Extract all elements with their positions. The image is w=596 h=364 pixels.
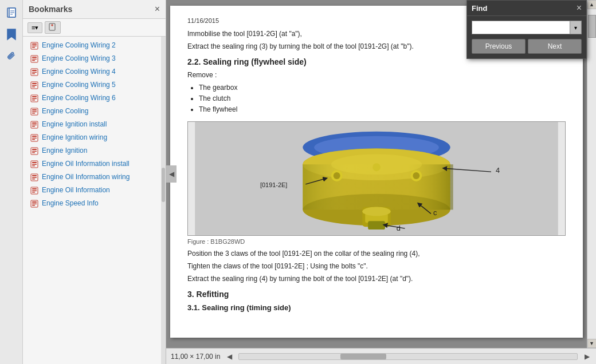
scroll-track[interactable] [587,9,596,339]
svg-rect-40 [32,151,37,152]
bookmark-icon-btn[interactable] [3,26,19,42]
bookmark-item-label: Engine Oil Information wiring [42,172,130,181]
scroll-left-button[interactable]: ◀ [225,352,234,361]
view-options-arrow: ▾ [35,24,38,31]
svg-rect-24 [32,98,37,100]
svg-text:[0191-2E]: [0191-2E] [260,181,287,188]
pdf-para5: Extract the sealing ring (4) by turning … [187,274,566,284]
svg-rect-25 [32,100,35,101]
bookmark-item-label: Engine Cooling Wiring 4 [42,67,116,76]
svg-rect-39 [32,149,37,150]
svg-rect-27 [32,109,37,110]
bookmark-item-icon [30,41,39,50]
bookmark-item-label: Engine Cooling Wiring 6 [42,93,116,102]
svg-rect-69 [368,221,385,230]
find-close-button[interactable]: × [577,3,582,13]
svg-point-71 [334,172,340,179]
pdf-list-item: The clutch [199,93,566,104]
svg-rect-12 [32,59,37,60]
svg-rect-31 [32,122,37,124]
pdf-para4: Tighten the claws of the tool [0191-2E] … [187,261,566,271]
find-dropdown-button[interactable]: ▾ [570,21,582,34]
pdf-heading2: 3. Refitting [187,290,566,299]
svg-point-73 [413,172,419,179]
svg-rect-41 [32,152,35,153]
scroll-right-button[interactable]: ▶ [582,352,591,361]
scroll-thumb[interactable] [588,15,596,38]
bookmark-item-icon [30,133,39,143]
horizontal-scroll-thumb[interactable] [340,354,386,359]
bookmark-list-item[interactable]: Engine Oil Information [23,184,166,197]
svg-text:d: d [397,224,401,232]
find-dialog: Find × ▾ Previous Next [466,0,587,59]
bookmark-item-label: Engine Ignition [42,146,87,155]
svg-rect-7 [32,43,37,45]
find-buttons: Previous Next [472,39,582,54]
svg-rect-43 [32,162,37,163]
bookmark-list-item[interactable]: Engine Ignition [23,144,166,157]
svg-rect-15 [32,70,37,71]
svg-rect-55 [32,201,37,203]
svg-rect-47 [32,175,37,176]
svg-point-75 [331,154,422,175]
bookmark-list-item[interactable]: Engine Ignition install [23,118,166,131]
add-bookmark-button[interactable] [45,21,61,34]
bottom-bar: 11,00 × 17,00 in ◀ ▶ [166,348,596,364]
bookmark-item-icon [30,173,39,182]
bookmark-list-item[interactable]: Engine Cooling Wiring 5 [23,78,166,92]
bookmark-item-label: Engine Ignition install [42,120,107,129]
pages-icon-btn[interactable] [3,5,19,21]
left-icons-bar [0,0,23,364]
right-scrollbar: ▲ ▼ [587,0,596,348]
svg-text:c: c [433,208,437,217]
bookmark-list-item[interactable]: Engine Cooling Wiring 6 [23,92,166,105]
svg-rect-23 [32,96,37,97]
bookmark-item-icon [30,107,39,116]
bookmarks-scrollbar[interactable] [161,37,166,364]
svg-rect-36 [32,138,37,139]
svg-rect-29 [32,113,35,114]
pdf-heading3: 3.1. Sealing ring (timing side) [187,303,566,312]
find-title: Find [472,4,487,13]
view-options-button[interactable]: ≡ ▾ [28,22,42,33]
bookmark-list-item[interactable]: Engine Cooling Wiring 2 [23,39,166,52]
add-bookmark-icon [49,23,57,32]
bookmark-list-item[interactable]: Engine Ignition wiring [23,131,166,144]
bookmarks-title: Bookmarks [29,5,72,14]
pdf-para3: Position the 3 claws of the tool [0191-2… [187,248,566,259]
bookmark-list-item[interactable]: Engine Cooling [23,105,166,118]
bookmark-item-label: Engine Cooling Wiring 5 [42,80,116,89]
pdf-image-box: d c 4 [0191-2E] [187,121,566,236]
bookmarks-scroll-thumb[interactable] [162,168,165,202]
svg-rect-44 [32,164,37,165]
find-input[interactable] [472,21,570,34]
bookmark-item-label: Engine Oil Information [42,185,110,195]
scroll-up-button[interactable]: ▲ [587,0,597,9]
bookmarks-close-button[interactable]: × [155,5,160,14]
bookmark-list-item[interactable]: Engine Cooling Wiring 4 [23,65,166,78]
bookmark-list-item[interactable]: Engine Oil Information install [23,157,166,171]
page-nav-left-button[interactable]: ◀ [166,165,177,183]
svg-text:4: 4 [496,166,500,175]
attachments-icon-btn[interactable] [3,48,19,64]
svg-rect-49 [32,179,35,180]
find-next-button[interactable]: Next [528,39,582,54]
bookmark-item-label: Engine Oil Information install [42,159,130,168]
svg-point-68 [362,207,391,216]
bookmark-list-item[interactable]: Engine Cooling Wiring 3 [23,52,166,65]
bookmark-item-icon [30,160,39,169]
horizontal-scrollbar[interactable] [238,353,578,360]
svg-rect-9 [32,47,35,48]
svg-rect-53 [32,192,35,193]
svg-rect-57 [32,205,35,206]
svg-rect-33 [32,126,35,127]
scroll-down-button[interactable]: ▼ [587,339,597,348]
svg-rect-48 [32,177,37,179]
bookmark-item-icon [30,199,39,208]
bookmark-list-item[interactable]: Engine Speed Info [23,197,166,210]
svg-rect-32 [32,125,37,126]
bookmark-list-item[interactable]: Engine Oil Information wiring [23,171,166,184]
find-previous-button[interactable]: Previous [472,39,526,54]
bookmark-item-icon [30,147,39,156]
bookmarks-header: Bookmarks × [23,0,166,19]
